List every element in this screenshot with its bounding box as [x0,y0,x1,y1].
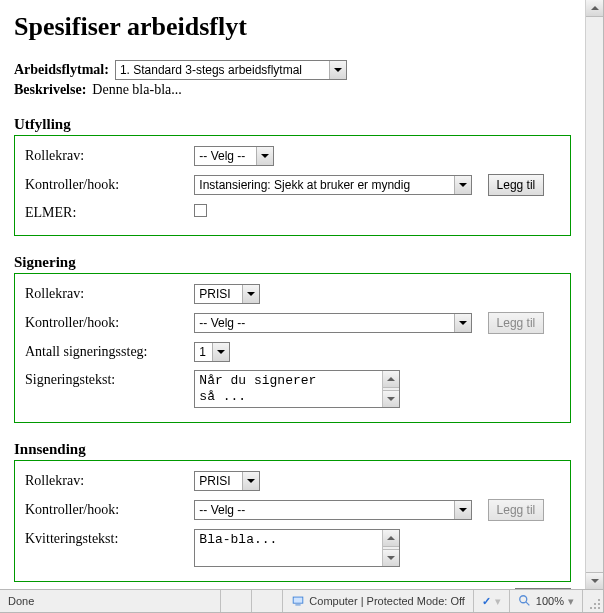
signering-hook-select[interactable]: -- Velg -- [194,313,472,333]
zoom-icon [518,594,532,608]
signering-textarea[interactable]: Når du signerer så ... [194,370,400,408]
status-mode-text: Computer | Protected Mode: Off [309,595,465,607]
scroll-area: Spesifiser arbeidsflyt Arbeidsflytmal: 1… [0,0,603,589]
innsending-hook-label: Kontroller/hook: [23,495,192,525]
scroll-up-icon[interactable] [586,0,603,17]
status-zoom-text: 100% [536,595,564,607]
signering-text-value: Når du signerer så ... [195,371,382,407]
scroll-up-icon[interactable] [383,530,399,547]
template-label: Arbeidsflytmal: [14,62,109,78]
elmer-checkbox[interactable] [194,204,207,217]
chevron-down-icon [454,501,471,519]
svg-point-3 [520,596,527,603]
utfylling-add-button[interactable]: Legg til [488,174,545,196]
utfylling-rollekrav-value: -- Velg -- [195,147,256,165]
chevron-down-icon [454,176,471,194]
computer-icon [291,594,305,608]
section-signering: Rollekrav: PRISI Kontroller/hook: [14,273,571,423]
svg-point-9 [594,607,596,609]
innsending-hook-value: -- Velg -- [195,501,454,519]
check-icon: ✓ [482,595,491,608]
signering-rollekrav-label: Rollekrav: [23,280,192,308]
innsending-rollekrav-value: PRISI [195,472,242,490]
scroll-down-icon[interactable] [383,390,399,407]
svg-rect-2 [296,605,301,606]
svg-point-8 [598,607,600,609]
status-zoom[interactable]: 100% ▾ [510,590,583,612]
utfylling-rollekrav-select[interactable]: -- Velg -- [194,146,274,166]
chevron-down-icon [242,472,259,490]
chevron-down-icon [454,314,471,332]
section-title-innsending: Innsending [14,441,571,458]
utfylling-elmer-label: ELMER: [23,200,192,225]
svg-rect-1 [294,598,303,603]
innsending-text-value: Bla-bla... [195,530,382,566]
scroll-down-icon[interactable] [586,572,603,589]
utfylling-rollekrav-label: Rollekrav: [23,142,192,170]
signering-hook-value: -- Velg -- [195,314,454,332]
textarea-scrollbar[interactable] [382,530,399,566]
utfylling-hook-value: Instansiering: Sjekk at bruker er myndig [195,176,454,194]
svg-point-6 [598,603,600,605]
status-empty-2 [252,590,283,612]
innsending-textarea[interactable]: Bla-bla... [194,529,400,567]
window: Spesifiser arbeidsflyt Arbeidsflytmal: 1… [0,0,604,613]
utfylling-hook-label: Kontroller/hook: [23,170,192,200]
template-select-value: 1. Standard 3-stegs arbeidsflytmal [116,61,329,79]
chevron-down-icon [329,61,346,79]
scrollbar-track[interactable] [586,17,603,572]
description-value: Denne bla-bla... [92,82,181,98]
chevron-down-icon [256,147,273,165]
section-title-utfylling: Utfylling [14,116,571,133]
resize-grip[interactable] [583,590,603,612]
signering-steps-select[interactable]: 1 [194,342,230,362]
innsending-add-button[interactable]: Legg til [488,499,545,521]
status-done-text: Done [8,595,34,607]
signering-rollekrav-value: PRISI [195,285,242,303]
textarea-scrollbar[interactable] [382,371,399,407]
svg-line-4 [526,602,530,606]
status-done: Done [0,590,221,612]
signering-hook-label: Kontroller/hook: [23,308,192,338]
innsending-rollekrav-label: Rollekrav: [23,467,192,495]
save-button[interactable]: Lagre [515,588,571,589]
innsending-text-label: Kvitteringstekst: [23,525,192,571]
status-mode: Computer | Protected Mode: Off [283,590,474,612]
status-empty-1 [221,590,252,612]
template-select[interactable]: 1. Standard 3-stegs arbeidsflytmal [115,60,347,80]
section-title-signering: Signering [14,254,571,271]
svg-point-10 [590,607,592,609]
utfylling-hook-select[interactable]: Instansiering: Sjekk at bruker er myndig [194,175,472,195]
status-bar: Done Computer | Protected Mode: Off ✓ ▾ … [0,589,603,612]
signering-add-button[interactable]: Legg til [488,312,545,334]
signering-rollekrav-select[interactable]: PRISI [194,284,260,304]
svg-point-7 [594,603,596,605]
chevron-down-icon [212,343,229,361]
signering-steps-value: 1 [195,343,212,361]
section-utfylling: Rollekrav: -- Velg -- Kontroller/hook: [14,135,571,236]
chevron-down-icon [242,285,259,303]
scroll-down-icon[interactable] [383,549,399,566]
status-checks[interactable]: ✓ ▾ [474,590,510,612]
description-label: Beskrivelse: [14,82,86,98]
innsending-rollekrav-select[interactable]: PRISI [194,471,260,491]
page-content: Spesifiser arbeidsflyt Arbeidsflytmal: 1… [0,0,585,589]
template-row: Arbeidsflytmal: 1. Standard 3-stegs arbe… [14,60,571,80]
description-row: Beskrivelse: Denne bla-bla... [14,82,571,98]
page-title: Spesifiser arbeidsflyt [14,12,571,42]
scroll-up-icon[interactable] [383,371,399,388]
innsending-hook-select[interactable]: -- Velg -- [194,500,472,520]
signering-steps-label: Antall signeringssteg: [23,338,192,366]
signering-text-label: Signeringstekst: [23,366,192,412]
save-row: Lagre [14,588,571,589]
section-innsending: Rollekrav: PRISI Kontroller/hook: [14,460,571,582]
svg-point-5 [598,599,600,601]
vertical-scrollbar[interactable] [585,0,603,589]
